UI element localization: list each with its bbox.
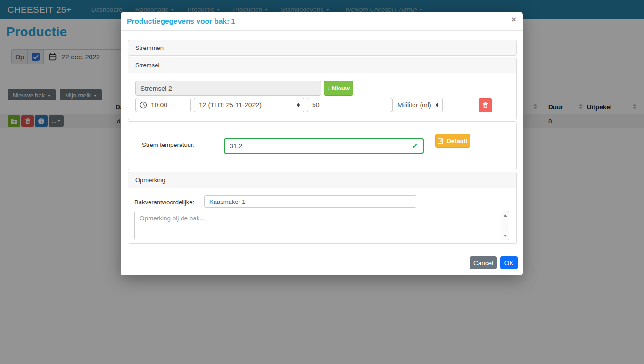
opmerking-panel: Opmerking Bakverantwoordelijke:: [128, 172, 517, 244]
select-arrows-icon: [297, 103, 300, 107]
comment-textarea[interactable]: [135, 211, 500, 240]
close-icon[interactable]: ×: [512, 16, 516, 24]
default-button[interactable]: Default: [435, 134, 470, 148]
delete-stremsel-button[interactable]: [479, 98, 492, 112]
scrollbar[interactable]: [501, 211, 509, 240]
valid-check-icon: ✓: [412, 141, 418, 151]
nieuw-button[interactable]: ↓ Nieuw: [324, 81, 353, 96]
modal-title: Productiegegevens voor bak: 1: [127, 17, 235, 25]
comment-textarea-wrap: [134, 211, 509, 240]
stremsel-panel: Stremsel ↓ Nieuw 12 (THT: 25-11: [128, 57, 517, 120]
amount-input[interactable]: [307, 98, 392, 112]
unit-select[interactable]: Mililiter (ml): [392, 98, 443, 112]
edit-pencil-icon: [438, 138, 444, 144]
bakverantwoordelijke-label: Bakverantwoordelijke:: [134, 199, 194, 206]
scroll-up-icon: [504, 214, 507, 217]
ok-button[interactable]: OK: [500, 256, 518, 269]
strem-temperatuur-label: Strem temperatuur:: [142, 141, 195, 148]
trash-icon: [482, 102, 488, 109]
section-stremmen: Stremmen: [128, 40, 517, 56]
stremsel-name-input[interactable]: [135, 81, 321, 96]
clock-icon: [140, 101, 147, 109]
time-input[interactable]: [151, 101, 184, 109]
section-stremsel: Stremsel: [128, 57, 516, 73]
productiegegevens-modal: Productiegegevens voor bak: 1 × Stremmen…: [121, 12, 523, 275]
footer-divider: [121, 249, 523, 249]
bakverantwoordelijke-input[interactable]: [204, 195, 416, 208]
section-opmerking: Opmerking: [128, 172, 516, 188]
scroll-down-icon: [504, 235, 507, 237]
modal-header: Productiegegevens voor bak: 1 ×: [121, 12, 523, 31]
down-arrow-icon: ↓: [327, 85, 330, 92]
time-input-group: [135, 98, 191, 112]
batch-select[interactable]: 12 (THT: 25-11-2022): [194, 98, 304, 112]
cancel-button[interactable]: Cancel: [470, 256, 497, 269]
temperatuur-panel: Strem temperatuur: ✓ Default: [128, 121, 517, 170]
temperatuur-input[interactable]: [225, 142, 412, 150]
select-arrows-icon: [436, 103, 438, 107]
temperatuur-field-wrap: ✓: [224, 138, 424, 154]
